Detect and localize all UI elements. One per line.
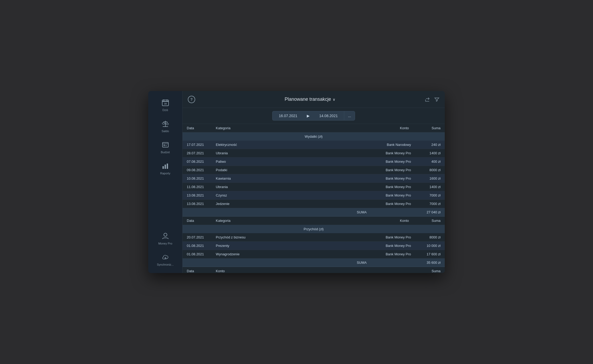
sidebar-label-budzet: Budżet [161, 151, 170, 154]
cell-suma: 8000 zł [413, 166, 445, 174]
przychod-row-2[interactable]: 01.08.2021 Wynagrodzenie Bank Money Pro … [183, 250, 445, 258]
transactions-table: Data Kategoria Konto Suma Wydatki (zł) 1… [183, 124, 445, 273]
svg-rect-17 [165, 165, 166, 169]
svg-text:16: 16 [164, 102, 166, 105]
cell-data: 20.07.2021 [183, 233, 212, 242]
top-bar: ? Planowane transakcje ∨ [183, 91, 445, 108]
wydatki-row-4[interactable]: 10.08.2021 Kawiarnia Bank Money Pro 1600… [183, 174, 445, 183]
cell-data: 17.07.2021 [183, 141, 212, 149]
cell-suma: 7000 zł [413, 191, 445, 200]
wydatki-row-7[interactable]: 13.08.2021 Jedzenie Bank Money Pro 7000 … [183, 200, 445, 208]
date-start-button[interactable]: 16.07.2021 [272, 111, 304, 121]
wydatki-row-5[interactable]: 11.08.2021 Ubrania Bank Money Pro 1400 z… [183, 183, 445, 191]
cell-suma: 1400 zł [413, 183, 445, 191]
sidebar-label-synchroniz: Synchroniz... [157, 263, 174, 266]
main-content: ? Planowane transakcje ∨ [183, 91, 445, 273]
col-suma-label: Suma [413, 124, 445, 132]
cell-kategoria: Wynagrodzenie [212, 250, 371, 258]
page-title: Planowane transakcje [285, 97, 331, 102]
sidebar-item-synchroniz[interactable]: Synchroniz... [148, 250, 182, 269]
cell-kategoria: Kawiarnia [212, 174, 371, 183]
wydatki-sum-row: SUMA 27 040 zł [183, 208, 445, 217]
col-konto-label2: Konto [371, 217, 413, 225]
budget-icon [161, 140, 170, 150]
svg-rect-14 [164, 145, 165, 146]
calendar-icon: 16 [161, 98, 170, 107]
cell-konto: Bank Money Pro [371, 174, 413, 183]
wydatki-row-0[interactable]: 17.07.2021 Elektryczność Bank Narodowy 2… [183, 141, 445, 149]
col-kategoria-label2: Kategoria [212, 217, 371, 225]
col-data-label2: Data [183, 217, 212, 225]
svg-point-8 [162, 123, 165, 124]
cell-konto: Bank Money Pro [371, 149, 413, 157]
table-area: Data Kategoria Konto Suma Wydatki (zł) 1… [183, 124, 445, 273]
cell-konto: Bank Money Pro [371, 157, 413, 166]
cell-kategoria: Prezenty [212, 242, 371, 250]
wydatki-row-6[interactable]: 13.08.2021 Czynsz Bank Money Pro 7000 zł [183, 191, 445, 200]
przychod-row-0[interactable]: 20.07.2021 Przychód z biznesu Bank Money… [183, 233, 445, 242]
przychod-title: Przychód (zł) [183, 225, 445, 233]
przychod-section-header: Przychód (zł) [183, 225, 445, 233]
svg-point-19 [164, 233, 167, 236]
wydatki-header-row: Data Kategoria Konto Suma [183, 124, 445, 132]
col-suma-label3: Suma [413, 267, 445, 273]
cell-suma: 17 600 zł [413, 250, 445, 258]
wydatki-suma-value: 27 040 zł [371, 208, 445, 217]
filter-button[interactable] [434, 97, 439, 102]
sidebar-item-raporty[interactable]: Raporty [148, 159, 182, 178]
wydatki-title: Wydatki (zł) [183, 132, 445, 141]
cell-konto: Bank Money Pro [371, 183, 413, 191]
svg-rect-12 [162, 142, 168, 147]
scale-icon [161, 119, 170, 128]
sidebar-item-saldo[interactable]: Saldo [148, 116, 182, 135]
svg-rect-16 [162, 166, 164, 169]
wydatki-section-header: Wydatki (zł) [183, 132, 445, 141]
app-window: 16 Dziś Saldo [148, 91, 445, 273]
sidebar-label-money-pro: Money Pro [158, 242, 172, 245]
col-data-label: Data [183, 124, 212, 132]
cell-konto: Bank Money Pro [371, 250, 413, 258]
cell-suma: 8000 zł [413, 233, 445, 242]
cell-kategoria: Czynsz [212, 191, 371, 200]
sidebar-item-today[interactable]: 16 Dziś [148, 95, 182, 114]
person-icon [161, 231, 170, 241]
chart-icon [161, 161, 170, 171]
cell-data: 01.08.2021 [183, 242, 212, 250]
col-data-label3: Data [183, 267, 212, 273]
cell-kategoria: Przychód z biznesu [212, 233, 371, 242]
help-button[interactable]: ? [188, 96, 195, 103]
cell-suma: 1400 zł [413, 149, 445, 157]
wydatki-row-3[interactable]: 09.08.2021 Podatki Bank Money Pro 8000 z… [183, 166, 445, 174]
wydatki-suma-label: SUMA [183, 208, 371, 217]
cell-konto: Bank Money Pro [371, 200, 413, 208]
przychod-suma-value: 35 600 zł [371, 258, 445, 267]
cell-data: 09.08.2021 [183, 166, 212, 174]
wydatki-row-2[interactable]: 07.08.2021 Paliwo Bank Money Pro 400 zł [183, 157, 445, 166]
cell-konto: Bank Money Pro [371, 166, 413, 174]
chevron-down-icon[interactable]: ∨ [333, 97, 335, 102]
date-more-button[interactable]: ... [344, 111, 355, 121]
top-bar-center: Planowane transakcje ∨ [285, 97, 335, 102]
col-konto-label3: Konto [212, 267, 371, 273]
col-empty3 [371, 267, 413, 273]
cell-data: 10.08.2021 [183, 174, 212, 183]
cell-suma: 7000 zł [413, 200, 445, 208]
przychod-row-1[interactable]: 01.08.2021 Prezenty Bank Money Pro 10 00… [183, 242, 445, 250]
col-kategoria-label: Kategoria [212, 124, 371, 132]
date-arrow-button[interactable]: ▶ [304, 111, 313, 121]
date-end-button[interactable]: 14.08.2021 [313, 111, 344, 121]
wydatki-row-1[interactable]: 28.07.2021 Ubrania Bank Money Pro 1400 z… [183, 149, 445, 157]
przychod-sum-row: SUMA 35 600 zł [183, 258, 445, 267]
col-suma-label2: Suma [413, 217, 445, 225]
sidebar-item-money-pro[interactable]: Money Pro [148, 229, 182, 248]
cell-suma: 240 zł [413, 141, 445, 149]
przychod-header-row: Data Kategoria Konto Suma [183, 217, 445, 225]
przychod-suma-label: SUMA [183, 258, 371, 267]
sidebar: 16 Dziś Saldo [148, 91, 183, 273]
sidebar-label-raporty: Raporty [160, 172, 170, 175]
share-button[interactable] [425, 97, 430, 102]
cell-kategoria: Ubrania [212, 183, 371, 191]
sidebar-item-budzet[interactable]: Budżet [148, 137, 182, 156]
cell-kategoria: Paliwo [212, 157, 371, 166]
cell-data: 07.08.2021 [183, 157, 212, 166]
